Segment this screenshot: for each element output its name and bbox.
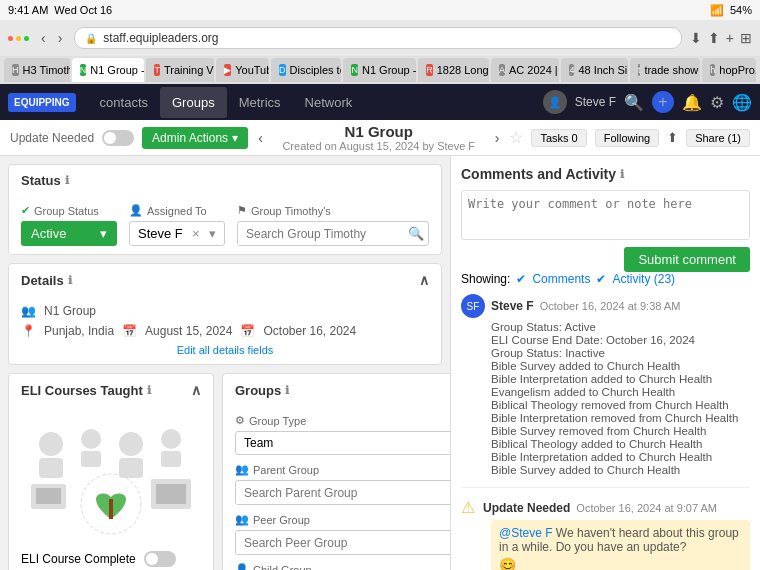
address-bar[interactable]: 🔒 staff.equipleaders.org xyxy=(74,27,681,49)
group-name-row: 👥 N1 Group xyxy=(21,304,429,318)
nav-metrics[interactable]: Metrics xyxy=(227,87,293,118)
share-icon[interactable]: ⬆ xyxy=(667,130,678,145)
group-timothys-input[interactable] xyxy=(238,223,404,245)
assigned-to-input[interactable]: Steve F × ▾ xyxy=(129,221,225,246)
add-icon[interactable]: + xyxy=(652,91,674,113)
header-actions: ☆ Tasks 0 Following ⬆ Share (1) xyxy=(509,128,750,147)
tab-tradeshow[interactable]: t trade show s... xyxy=(630,58,700,82)
submit-comment-button[interactable]: Submit comment xyxy=(624,247,750,272)
eli-collapse-button[interactable]: ∧ xyxy=(191,382,201,398)
tab-hoppro[interactable]: h hopPro... xyxy=(702,58,756,82)
nav-contacts[interactable]: contacts xyxy=(88,87,160,118)
tab-n1-group[interactable]: N N1 Group - G... xyxy=(72,58,145,82)
peer-group-search: 🔍 xyxy=(235,530,450,555)
edit-details-link[interactable]: Edit all details fields xyxy=(21,344,429,356)
wifi-icon: 📶 xyxy=(710,4,724,17)
status-card: Status ℹ ✔ Group Status Active ▾ 👤 xyxy=(8,164,442,255)
tab-48inch[interactable]: 4 48 Inch Silv... xyxy=(561,58,628,82)
group-timothys-section: ⚑ Group Timothy's 🔍 xyxy=(237,204,429,246)
group-status-section: ✔ Group Status Active ▾ xyxy=(21,204,117,246)
prev-record-button[interactable]: ‹ xyxy=(256,128,265,148)
gear-icon[interactable]: ⚙ xyxy=(710,93,724,112)
group-type-dropdown[interactable]: Team ▾ xyxy=(235,431,450,455)
action-bar: Update Needed Admin Actions ▾ ‹ N1 Group… xyxy=(0,120,760,156)
details-card: Details ℹ ∧ 👥 N1 Group 📍 Punjab, India 📅… xyxy=(8,263,442,365)
calendar-end-icon: 📅 xyxy=(240,324,255,338)
child-group-label: Child Group xyxy=(253,564,312,571)
comments-label[interactable]: Comments xyxy=(532,272,590,286)
group-status-label: Group Status xyxy=(34,205,99,217)
peer-group-input[interactable] xyxy=(236,532,450,554)
tab-label: AC 2024 | B... xyxy=(509,64,559,76)
browser-chrome: ‹ › 🔒 staff.equipleaders.org ⬇ ⬆ + ⊞ xyxy=(0,20,760,56)
back-button[interactable]: ‹ xyxy=(37,28,50,48)
activity-label[interactable]: Activity (23) xyxy=(612,272,675,286)
tab-label: 1828 Long C... xyxy=(437,64,489,76)
tab-label: YouTube xyxy=(235,64,269,76)
search-icon[interactable]: 🔍 xyxy=(624,93,644,112)
tab-youtube[interactable]: ▶ YouTube xyxy=(216,58,269,82)
calendar-start-icon: 📅 xyxy=(122,324,137,338)
assigned-to-label: Assigned To xyxy=(147,205,207,217)
share-browser-icon[interactable]: ⬆ xyxy=(708,30,720,46)
tab-1828[interactable]: R 1828 Long C... xyxy=(418,58,489,82)
toggle-knob xyxy=(146,553,158,565)
comment-entry-1: SF Steve F October 16, 2024 at 9:38 AM G… xyxy=(461,294,750,488)
tab-favicon: 4 xyxy=(569,64,574,76)
star-button[interactable]: ☆ xyxy=(509,128,523,147)
new-tab-icon[interactable]: + xyxy=(726,30,734,46)
download-icon[interactable]: ⬇ xyxy=(690,30,702,46)
share-button[interactable]: Share (1) xyxy=(686,129,750,147)
browser-actions: ⬇ ⬆ + ⊞ xyxy=(690,30,752,46)
tab-training[interactable]: T Training Vid... xyxy=(146,58,214,82)
battery: 54% xyxy=(730,4,752,16)
tab-disciples[interactable]: D Disciples too... xyxy=(271,58,341,82)
tab-favicon: H xyxy=(12,64,19,76)
nav-groups[interactable]: Groups xyxy=(160,87,227,118)
svg-point-0 xyxy=(39,432,63,456)
details-info-icon: ℹ xyxy=(68,274,72,287)
eli-body: ELI Course Complete xyxy=(9,406,213,570)
tasks-button[interactable]: Tasks 0 xyxy=(531,129,586,147)
record-subtitle: Created on August 15, 2024 by Steve F xyxy=(273,140,485,152)
eli-info-icon: ℹ xyxy=(147,384,151,397)
record-title: N1 Group xyxy=(273,123,485,140)
emoji-reaction[interactable]: 😊 xyxy=(499,557,742,570)
comment-author: Steve F xyxy=(491,299,534,313)
assigned-to-value: Steve F xyxy=(138,226,183,241)
comment-input[interactable] xyxy=(461,190,750,240)
record-header: N1 Group Created on August 15, 2024 by S… xyxy=(273,123,485,152)
activity-line: Bible Interpretation added to Church Hea… xyxy=(491,451,750,463)
tab-label: Training Vid... xyxy=(164,64,214,76)
globe-icon[interactable]: 🌐 xyxy=(732,93,752,112)
tab-ac2024[interactable]: A AC 2024 | B... xyxy=(491,58,559,82)
nav-network[interactable]: Network xyxy=(293,87,365,118)
parent-group-input[interactable] xyxy=(236,482,450,504)
update-needed-toggle[interactable] xyxy=(102,130,134,146)
tab-n1-group2[interactable]: N N1 Group - G... xyxy=(343,58,416,82)
user-name: Steve F xyxy=(575,95,616,109)
eli-complete-toggle[interactable] xyxy=(144,551,176,567)
tab-favicon: A xyxy=(499,64,505,76)
group-status-dropdown[interactable]: Active ▾ xyxy=(21,221,117,246)
next-record-button[interactable]: › xyxy=(493,128,502,148)
forward-button[interactable]: › xyxy=(54,28,67,48)
sidebar-toggle-icon[interactable]: ⊞ xyxy=(740,30,752,46)
svg-point-4 xyxy=(119,432,143,456)
user-avatar[interactable]: 👤 xyxy=(543,90,567,114)
clear-icon[interactable]: × xyxy=(192,226,200,241)
admin-actions-button[interactable]: Admin Actions ▾ xyxy=(142,127,248,149)
following-button[interactable]: Following xyxy=(595,129,659,147)
start-date-value: August 15, 2024 xyxy=(145,324,232,338)
app-logo: EQUIPPING xyxy=(8,93,76,112)
lock-icon: 🔒 xyxy=(85,33,97,44)
details-body: 👥 N1 Group 📍 Punjab, India 📅 August 15, … xyxy=(9,296,441,364)
peer-group-field: 👥 Peer Group 🔍 xyxy=(235,513,450,555)
tab-h3[interactable]: H H3 Timothy... xyxy=(4,58,70,82)
svg-point-6 xyxy=(161,429,181,449)
svg-rect-5 xyxy=(119,458,143,478)
details-collapse-button[interactable]: ∧ xyxy=(419,272,429,288)
date: Wed Oct 16 xyxy=(54,4,112,16)
bell-icon[interactable]: 🔔 xyxy=(682,93,702,112)
right-panel: Comments and Activity ℹ Submit comment S… xyxy=(450,156,760,570)
